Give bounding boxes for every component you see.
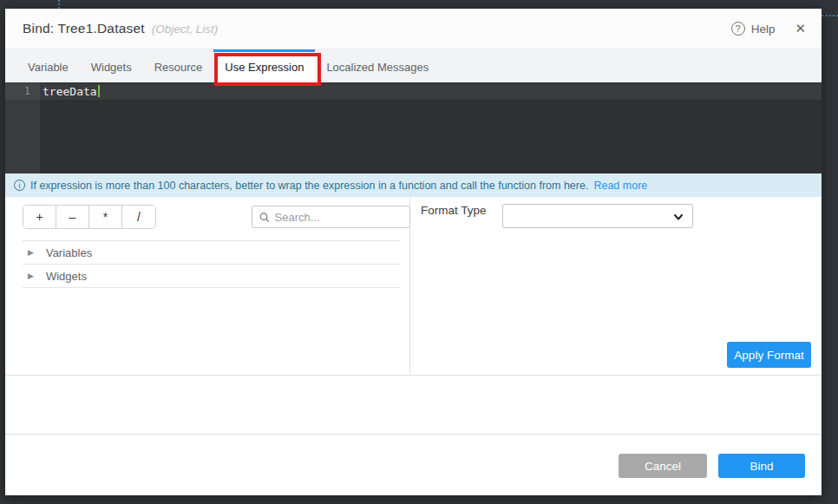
dialog-footer: Cancel Bind [5,435,822,495]
chevron-right-icon: ▶ [28,248,34,257]
tree-item-label: Variables [46,246,92,259]
format-panel: Format Type Apply Format [410,197,822,375]
info-message: If expression is more than 100 character… [30,180,588,192]
tab-widgets[interactable]: Widgets [80,49,143,82]
empty-section [5,376,822,435]
cancel-button[interactable]: Cancel [619,454,707,478]
format-type-label: Format Type [421,204,487,217]
content-panels: + – * / ▶ Variables ▶ Widgets [5,197,822,376]
dialog-subtitle: (Object, List) [152,23,219,36]
search-box [252,206,410,228]
tab-variable[interactable]: Variable [16,49,80,82]
operator-divide-button[interactable]: / [122,206,155,228]
expression-builder-panel: + – * / ▶ Variables ▶ Widgets [5,197,410,375]
chevron-right-icon: ▶ [28,272,34,280]
help-label: Help [751,23,776,36]
expression-text: treeData [43,85,97,98]
search-input[interactable] [275,211,403,224]
tree-item-variables[interactable]: ▶ Variables [23,241,400,265]
operator-plus-button[interactable]: + [23,206,56,228]
tab-use-expression[interactable]: Use Expression [213,49,315,82]
tab-bar: Variable Widgets Resource Use Expression… [5,49,822,82]
editor-active-line-highlight [5,83,822,100]
operator-multiply-button[interactable]: * [89,206,122,228]
apply-format-button[interactable]: Apply Format [727,342,811,368]
expression-editor[interactable]: 1 treeData [5,82,822,173]
dialog-header: Bind: Tree1.Dataset (Object, List) ? Hel… [5,9,822,49]
tab-localized-messages[interactable]: Localized Messages [315,49,440,82]
operator-minus-button[interactable]: – [56,206,89,228]
selection-dotted-line-horizontal [822,15,838,16]
info-bar: i If expression is more than 100 charact… [5,173,822,197]
bind-dialog: Bind: Tree1.Dataset (Object, List) ? Hel… [5,9,822,495]
editor-line-number: 1 [5,83,30,100]
info-icon: i [14,180,25,191]
bind-button[interactable]: Bind [718,454,805,478]
editor-caret [98,85,100,97]
chevron-down-icon [672,211,684,223]
operator-button-group: + – * / [23,205,156,229]
dialog-title: Bind: Tree1.Dataset [23,21,145,36]
format-type-select[interactable] [502,204,693,228]
read-more-link[interactable]: Read more [593,180,647,192]
help-icon: ? [731,22,745,36]
help-button[interactable]: ? Help [731,22,776,36]
tree-item-label: Widgets [46,270,87,283]
search-icon [259,212,270,223]
selection-dotted-line-vertical [58,0,60,9]
tab-resource[interactable]: Resource [143,49,214,82]
editor-code-line[interactable]: treeData [43,83,100,100]
close-icon[interactable]: ✕ [795,21,806,36]
format-type-row: Format Type [421,204,811,217]
tree-item-widgets[interactable]: ▶ Widgets [23,265,400,288]
source-tree: ▶ Variables ▶ Widgets [23,240,400,288]
